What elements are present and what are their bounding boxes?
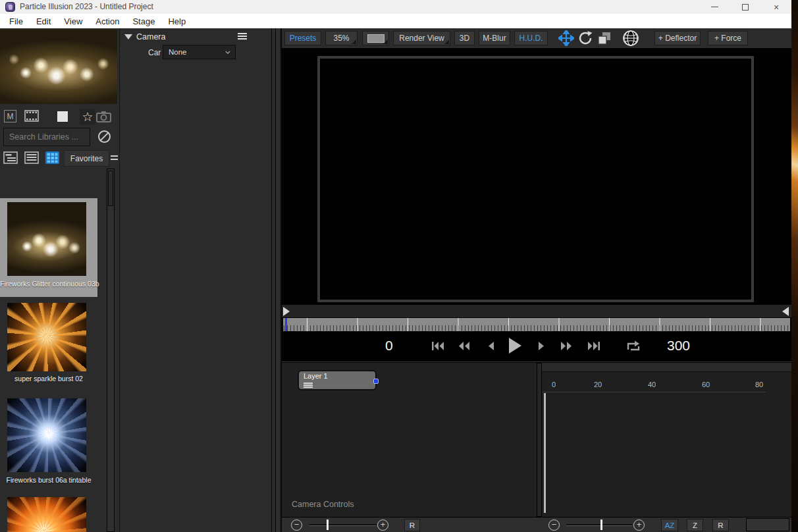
tree-view-icon[interactable] — [3, 151, 18, 164]
camera-panel-menu-icon[interactable] — [238, 33, 247, 41]
library-toolbar: M ☆ — [0, 109, 120, 127]
favorites-button[interactable]: Favorites — [64, 150, 109, 167]
graph-axis-line — [542, 392, 766, 392]
fast-forward-button[interactable] — [557, 336, 575, 355]
camera-panel-title: Camera — [136, 32, 165, 41]
library-thumbnail — [7, 497, 86, 532]
library-item-label: Fireworks burst 06a tintable — [0, 476, 97, 484]
go-to-start-button[interactable] — [429, 336, 447, 355]
zoom-level-dropdown[interactable]: 35% — [325, 31, 358, 45]
maximize-icon — [742, 4, 749, 11]
desktop-background-strip — [791, 0, 798, 532]
library-item[interactable] — [0, 493, 97, 532]
range-end-handle-icon[interactable] — [782, 307, 789, 316]
add-deflector-button[interactable]: + Deflector — [654, 31, 701, 45]
graph-panel[interactable]: 0 20 40 60 80 — [542, 363, 791, 517]
menu-stage[interactable]: Stage — [126, 16, 162, 26]
node-graph-panel[interactable]: Layer 1 Camera Controls — [282, 363, 537, 517]
node-reset-button[interactable]: R — [404, 519, 420, 531]
layer-node-port[interactable] — [373, 379, 379, 384]
menu-action[interactable]: Action — [90, 16, 126, 26]
panel-divider[interactable] — [271, 28, 282, 532]
title-bar: Particle Illusion 2023 - Untitled Projec… — [0, 0, 791, 14]
step-back-button[interactable] — [481, 336, 500, 355]
graph-reset-button[interactable]: R — [712, 519, 729, 531]
node-zoom-in-button[interactable]: + — [377, 519, 388, 531]
app-icon — [5, 2, 15, 12]
clear-filter-icon[interactable] — [97, 130, 111, 144]
layer-node[interactable]: Layer 1 — [298, 370, 377, 390]
auto-zoom-button[interactable]: AZ — [661, 519, 678, 531]
node-zoom-out-button[interactable]: − — [291, 519, 302, 531]
library-item[interactable]: Fireworks burst 06a tintable — [0, 394, 97, 487]
graph-playhead[interactable] — [544, 393, 546, 513]
library-menu-icon[interactable] — [111, 155, 118, 162]
filmstrip-icon[interactable] — [24, 110, 39, 122]
menu-bar: File Edit View Action Stage Help — [0, 14, 791, 28]
end-frame-display: 300 — [667, 338, 690, 354]
library-scrollbar[interactable] — [107, 169, 115, 532]
minimize-button[interactable] — [699, 0, 730, 14]
bottom-control-bar: − + R − + AZ Z R — [282, 517, 791, 532]
layer-node-menu-icon[interactable] — [304, 383, 313, 388]
node-zoom-slider[interactable] — [309, 524, 377, 526]
background-color-dropdown[interactable] — [362, 31, 389, 45]
rewind-button[interactable] — [454, 336, 473, 355]
play-button[interactable] — [504, 335, 525, 356]
camera-field-label: Car — [148, 48, 161, 57]
graph-value-box[interactable] — [746, 518, 789, 531]
star-favorite-icon[interactable]: ☆ — [80, 109, 95, 124]
menu-edit[interactable]: Edit — [30, 16, 58, 26]
menu-view[interactable]: View — [58, 16, 90, 26]
presets-button[interactable]: Presets — [284, 31, 321, 45]
menu-help[interactable]: Help — [162, 16, 193, 26]
world-sphere-icon[interactable] — [622, 29, 640, 47]
search-input[interactable] — [3, 128, 90, 146]
stage-viewport[interactable] — [317, 56, 754, 302]
3d-toggle-button[interactable]: 3D — [454, 31, 475, 45]
go-to-end-button[interactable] — [585, 336, 603, 355]
snapshot-camera-icon[interactable] — [96, 111, 111, 122]
motion-blur-button[interactable]: M-Blur — [479, 31, 510, 45]
solid-swatch-icon[interactable] — [57, 111, 68, 122]
library-item[interactable]: Fireworks Glitter continuous 03b — [0, 198, 97, 297]
library-item[interactable]: super sparkle burst 02 — [0, 299, 97, 388]
loop-playback-icon[interactable] — [624, 336, 643, 355]
add-force-button[interactable]: + Force — [708, 31, 748, 45]
library-search-row — [0, 128, 120, 147]
step-forward-button[interactable] — [533, 336, 551, 355]
current-frame-display: 0 — [385, 338, 393, 354]
range-start-handle-icon[interactable] — [283, 307, 290, 316]
hud-button[interactable]: H.U.D. — [514, 31, 548, 45]
list-view-icon[interactable] — [24, 151, 39, 164]
maximize-button[interactable] — [730, 0, 760, 14]
camera-panel-header[interactable]: Camera — [120, 30, 271, 44]
library-list: Fireworks Glitter continuous 03b super s… — [0, 169, 120, 532]
rotate-tool-icon[interactable] — [576, 29, 595, 47]
graph-zoom-slider-handle[interactable] — [600, 519, 602, 530]
collapse-triangle-icon[interactable] — [124, 34, 132, 40]
library-scrollbar-thumb[interactable] — [108, 171, 113, 206]
zoom-button[interactable]: Z — [687, 519, 703, 531]
menu-file[interactable]: File — [3, 16, 30, 26]
move-tool-icon[interactable] — [557, 29, 575, 47]
node-zoom-slider-handle[interactable] — [327, 519, 329, 530]
camera-select-dropdown[interactable]: None — [163, 45, 236, 59]
node-graph-scrollbar[interactable] — [537, 363, 542, 517]
graph-zoom-slider[interactable] — [566, 524, 632, 526]
timeline-playhead[interactable] — [285, 318, 287, 331]
library-thumbnail — [7, 303, 86, 371]
library-view-row: Favorites — [0, 150, 120, 167]
scale-tool-icon[interactable] — [595, 29, 614, 47]
window-title: Particle Illusion 2023 - Untitled Projec… — [20, 2, 153, 11]
graph-zoom-in-button[interactable]: + — [633, 519, 645, 531]
timeline-ruler[interactable] — [283, 318, 790, 331]
close-button[interactable]: × — [761, 0, 791, 14]
grid-view-icon[interactable] — [45, 151, 59, 164]
m-mode-button[interactable]: M — [4, 110, 16, 122]
graph-zoom-out-button[interactable]: − — [548, 519, 560, 531]
render-view-dropdown[interactable]: Render View — [393, 31, 450, 45]
timeline-range-bar[interactable] — [282, 305, 791, 317]
camera-controls-label: Camera Controls — [292, 500, 354, 509]
close-icon: × — [774, 4, 779, 11]
